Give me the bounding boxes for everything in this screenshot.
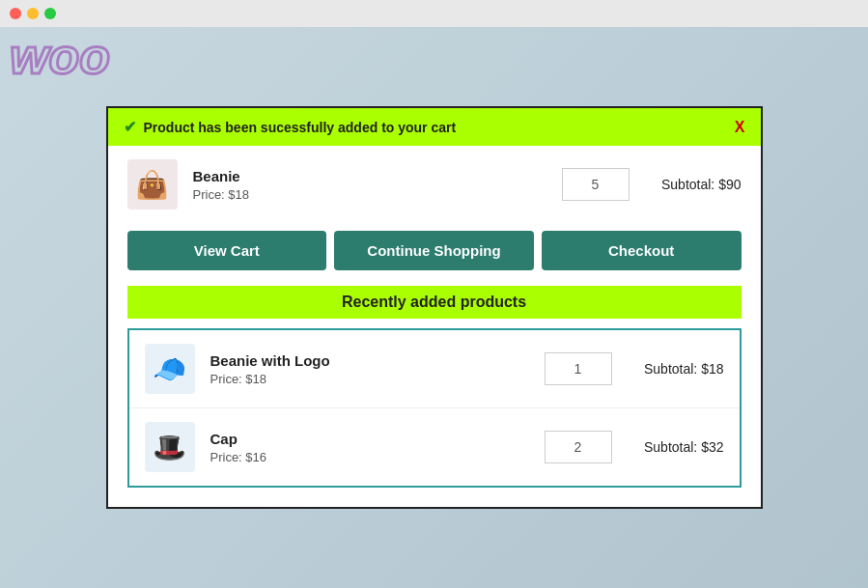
recent-product-name-1: Cap — [210, 431, 529, 447]
modal-overlay: ✔ Product has been sucessfully added to … — [0, 27, 868, 588]
success-banner: ✔ Product has been sucessfully added to … — [108, 108, 761, 146]
recent-product-name-0: Beanie with Logo — [210, 352, 529, 369]
main-product-quantity[interactable] — [562, 168, 630, 201]
recent-product-quantity-1[interactable] — [545, 431, 612, 463]
recent-product-image-0: 🧢 — [145, 344, 195, 394]
table-row: 🎩 Cap Price: $16 Subtotal: $32 — [129, 408, 740, 486]
view-cart-button[interactable]: View Cart — [127, 231, 327, 270]
close-dot[interactable] — [10, 8, 21, 19]
main-product-price: Price: $18 — [193, 187, 546, 202]
recent-product-info-1: Cap Price: $16 — [210, 431, 529, 464]
recently-added-banner: Recently added products — [127, 286, 742, 319]
main-product-info: Beanie Price: $18 — [193, 168, 546, 202]
recent-product-subtotal-0: Subtotal: $18 — [628, 361, 724, 377]
recent-product-subtotal-1: Subtotal: $32 — [628, 439, 724, 455]
recent-product-price-1: Price: $16 — [210, 450, 529, 464]
main-product-image: 👜 — [127, 159, 178, 210]
maximize-dot[interactable] — [44, 8, 56, 19]
success-message-text: Product has been sucessfully added to yo… — [144, 120, 457, 135]
recent-product-icon-0: 🧢 — [153, 353, 186, 385]
recent-product-quantity-0[interactable] — [545, 352, 612, 385]
main-product-row: 👜 Beanie Price: $18 Subtotal: $90 — [108, 146, 761, 223]
table-row: 🧢 Beanie with Logo Price: $18 Subtotal: … — [129, 330, 740, 408]
check-icon: ✔ — [124, 118, 136, 136]
continue-shopping-button[interactable]: Continue Shopping — [334, 231, 534, 270]
checkout-button[interactable]: Checkout — [542, 231, 742, 270]
recent-product-image-1: 🎩 — [145, 422, 195, 472]
action-buttons-row: View Cart Continue Shopping Checkout — [108, 223, 761, 286]
cart-modal: ✔ Product has been sucessfully added to … — [106, 106, 763, 509]
titlebar — [0, 0, 868, 27]
recently-added-products: 🧢 Beanie with Logo Price: $18 Subtotal: … — [127, 328, 742, 488]
close-button[interactable]: X — [735, 119, 745, 136]
main-product-icon: 👜 — [135, 169, 169, 201]
minimize-dot[interactable] — [27, 8, 39, 19]
recent-product-icon-1: 🎩 — [153, 432, 186, 463]
recent-product-price-0: Price: $18 — [210, 372, 529, 386]
main-product-name: Beanie — [193, 168, 546, 184]
main-product-subtotal: Subtotal: $90 — [645, 177, 742, 192]
recent-product-info-0: Beanie with Logo Price: $18 — [210, 352, 529, 386]
success-message-container: ✔ Product has been sucessfully added to … — [124, 118, 457, 136]
